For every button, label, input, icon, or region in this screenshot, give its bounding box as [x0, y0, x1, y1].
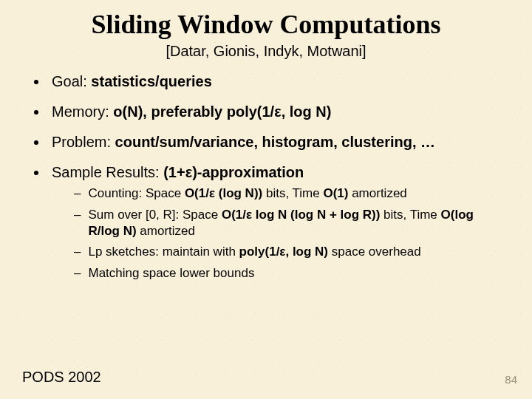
sub-text: Lp sketches: maintain with [88, 245, 239, 259]
sub-text: Sum over [0, R]: Space [88, 208, 221, 222]
footer-conference: PODS 2002 [22, 369, 101, 386]
dash-icon: – [74, 265, 81, 282]
sub-text: bits, Time [262, 186, 323, 200]
dash-icon: – [74, 207, 81, 223]
dash-icon: – [74, 244, 81, 260]
bullet-value: (1+ε)-approximation [163, 164, 304, 180]
sub-bold: O(1/ε log N (log N + log R)) [222, 208, 380, 222]
slide-subtitle: [Datar, Gionis, Indyk, Motwani] [0, 43, 532, 60]
sub-bold: O(1/ε (log N)) [185, 186, 262, 200]
sub-bold: O(1) [323, 186, 348, 200]
bullet-goal: Goal: statistics/queries [30, 73, 502, 90]
sub-text: bits, Time [380, 208, 440, 222]
bullet-icon [34, 171, 38, 175]
bullet-label: Sample Results: [52, 164, 163, 180]
bullet-memory: Memory: o(N), preferably poly(1/ε, log N… [30, 103, 502, 120]
slide-title: Sliding Window Computations [0, 0, 532, 40]
bullet-value: statistics/queries [91, 73, 211, 89]
sub-counting: – Counting: Space O(1/ε (log N)) bits, T… [74, 185, 502, 202]
bullet-value: count/sum/variance, histogram, clusterin… [115, 134, 435, 150]
bullet-icon [34, 140, 38, 145]
sub-lower-bounds: – Matching space lower bounds [74, 265, 502, 282]
sub-lp-sketches: – Lp sketches: maintain with poly(1/ε, l… [74, 244, 502, 260]
sub-bullet-list: – Counting: Space O(1/ε (log N)) bits, T… [74, 185, 502, 282]
sub-text: space overhead [328, 245, 421, 259]
sub-sum: – Sum over [0, R]: Space O(1/ε log N (lo… [74, 207, 502, 239]
sub-bold: poly(1/ε, log N) [239, 245, 328, 259]
bullet-label: Goal: [52, 73, 91, 89]
dash-icon: – [74, 185, 81, 202]
bullet-label: Memory: [52, 103, 113, 120]
bullet-label: Problem: [52, 134, 115, 150]
bullet-icon [34, 80, 38, 84]
bullet-icon [34, 110, 38, 115]
sub-text: amortized [137, 224, 195, 238]
sub-text: Matching space lower bounds [88, 266, 254, 280]
sub-text: amortized [348, 186, 406, 200]
bullet-value: o(N), preferably poly(1/ε, log N) [113, 103, 331, 120]
slide-number: 84 [505, 373, 517, 386]
bullet-sample-results: Sample Results: (1+ε)-approximation [30, 164, 502, 181]
slide-content: Goal: statistics/queries Memory: o(N), p… [30, 73, 502, 282]
sub-text: Counting: Space [88, 186, 184, 200]
bullet-problem: Problem: count/sum/variance, histogram, … [30, 134, 502, 151]
